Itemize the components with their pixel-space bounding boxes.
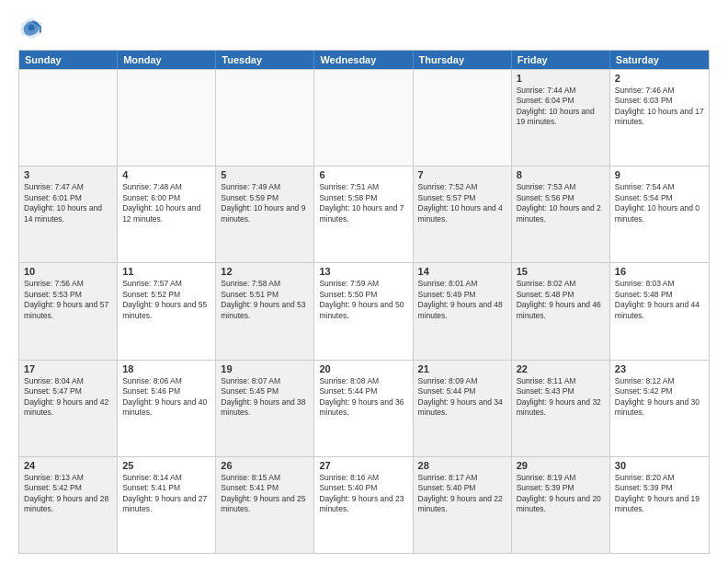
cell-daylight-text: Sunrise: 8:08 AM Sunset: 5:44 PM Dayligh… bbox=[319, 376, 407, 419]
calendar-header: SundayMondayTuesdayWednesdayThursdayFrid… bbox=[19, 51, 709, 69]
day-number: 8 bbox=[517, 169, 605, 180]
day-number: 10 bbox=[24, 266, 112, 277]
cell-daylight-text: Sunrise: 8:06 AM Sunset: 5:46 PM Dayligh… bbox=[122, 376, 210, 419]
cal-row-1: 3Sunrise: 7:47 AM Sunset: 6:01 PM Daylig… bbox=[19, 166, 709, 262]
cal-cell: 18Sunrise: 8:06 AM Sunset: 5:46 PM Dayli… bbox=[118, 361, 216, 456]
page: SundayMondayTuesdayWednesdayThursdayFrid… bbox=[0, 0, 728, 563]
logo bbox=[18, 15, 48, 40]
day-number: 22 bbox=[517, 363, 605, 374]
day-number: 13 bbox=[319, 266, 407, 277]
cell-daylight-text: Sunrise: 8:03 AM Sunset: 5:48 PM Dayligh… bbox=[615, 279, 704, 321]
cal-cell: 3Sunrise: 7:47 AM Sunset: 6:01 PM Daylig… bbox=[19, 167, 118, 262]
cal-cell: 10Sunrise: 7:56 AM Sunset: 5:53 PM Dayli… bbox=[19, 263, 118, 359]
cell-daylight-text: Sunrise: 7:44 AM Sunset: 6:04 PM Dayligh… bbox=[517, 86, 605, 128]
cell-daylight-text: Sunrise: 7:56 AM Sunset: 5:53 PM Dayligh… bbox=[24, 279, 112, 321]
cal-cell: 2Sunrise: 7:46 AM Sunset: 6:03 PM Daylig… bbox=[610, 70, 709, 166]
cal-cell: 9Sunrise: 7:54 AM Sunset: 5:54 PM Daylig… bbox=[610, 167, 709, 262]
cell-daylight-text: Sunrise: 8:02 AM Sunset: 5:48 PM Dayligh… bbox=[517, 279, 605, 321]
cal-cell bbox=[314, 70, 413, 166]
cal-row-0: 1Sunrise: 7:44 AM Sunset: 6:04 PM Daylig… bbox=[19, 69, 709, 166]
day-number: 6 bbox=[319, 169, 407, 180]
header-day-monday: Monday bbox=[118, 51, 216, 69]
cell-daylight-text: Sunrise: 8:13 AM Sunset: 5:42 PM Dayligh… bbox=[24, 473, 112, 515]
day-number: 7 bbox=[418, 169, 506, 180]
logo-icon bbox=[18, 15, 44, 40]
day-number: 19 bbox=[221, 363, 309, 374]
cell-daylight-text: Sunrise: 8:01 AM Sunset: 5:49 PM Dayligh… bbox=[418, 279, 506, 321]
calendar: SundayMondayTuesdayWednesdayThursdayFrid… bbox=[18, 50, 710, 554]
cal-row-2: 10Sunrise: 7:56 AM Sunset: 5:53 PM Dayli… bbox=[19, 262, 709, 359]
cell-daylight-text: Sunrise: 8:04 AM Sunset: 5:47 PM Dayligh… bbox=[24, 376, 112, 419]
day-number: 14 bbox=[418, 266, 506, 277]
cal-cell: 13Sunrise: 7:59 AM Sunset: 5:50 PM Dayli… bbox=[314, 263, 413, 359]
cal-cell: 8Sunrise: 7:53 AM Sunset: 5:56 PM Daylig… bbox=[512, 167, 610, 262]
cal-cell bbox=[19, 70, 118, 166]
header-day-sunday: Sunday bbox=[19, 51, 118, 69]
cal-row-3: 17Sunrise: 8:04 AM Sunset: 5:47 PM Dayli… bbox=[19, 360, 709, 456]
cal-cell: 1Sunrise: 7:44 AM Sunset: 6:04 PM Daylig… bbox=[512, 70, 610, 166]
cell-daylight-text: Sunrise: 8:16 AM Sunset: 5:40 PM Dayligh… bbox=[319, 473, 407, 515]
cell-daylight-text: Sunrise: 8:09 AM Sunset: 5:44 PM Dayligh… bbox=[418, 376, 506, 419]
header-day-thursday: Thursday bbox=[414, 51, 512, 69]
day-number: 27 bbox=[319, 460, 407, 471]
cal-cell: 12Sunrise: 7:58 AM Sunset: 5:51 PM Dayli… bbox=[216, 263, 314, 359]
day-number: 29 bbox=[517, 460, 605, 471]
cal-cell: 14Sunrise: 8:01 AM Sunset: 5:49 PM Dayli… bbox=[414, 263, 512, 359]
cell-daylight-text: Sunrise: 8:17 AM Sunset: 5:40 PM Dayligh… bbox=[418, 473, 506, 515]
cal-cell: 20Sunrise: 8:08 AM Sunset: 5:44 PM Dayli… bbox=[314, 361, 413, 456]
cal-cell: 24Sunrise: 8:13 AM Sunset: 5:42 PM Dayli… bbox=[19, 457, 118, 553]
cell-daylight-text: Sunrise: 7:58 AM Sunset: 5:51 PM Dayligh… bbox=[221, 279, 309, 321]
cal-cell: 26Sunrise: 8:15 AM Sunset: 5:41 PM Dayli… bbox=[216, 457, 314, 553]
cell-daylight-text: Sunrise: 7:59 AM Sunset: 5:50 PM Dayligh… bbox=[319, 279, 407, 321]
day-number: 26 bbox=[221, 460, 309, 471]
svg-point-1 bbox=[28, 25, 35, 31]
cal-cell bbox=[216, 70, 314, 166]
day-number: 18 bbox=[122, 363, 210, 374]
day-number: 24 bbox=[24, 460, 112, 471]
cal-cell: 17Sunrise: 8:04 AM Sunset: 5:47 PM Dayli… bbox=[19, 361, 118, 456]
cal-cell: 5Sunrise: 7:49 AM Sunset: 5:59 PM Daylig… bbox=[216, 167, 314, 262]
cal-cell: 19Sunrise: 8:07 AM Sunset: 5:45 PM Dayli… bbox=[216, 361, 314, 456]
day-number: 23 bbox=[615, 363, 704, 374]
cell-daylight-text: Sunrise: 8:12 AM Sunset: 5:42 PM Dayligh… bbox=[615, 376, 704, 419]
day-number: 25 bbox=[122, 460, 210, 471]
cell-daylight-text: Sunrise: 8:11 AM Sunset: 5:43 PM Dayligh… bbox=[517, 376, 605, 419]
header-day-wednesday: Wednesday bbox=[314, 51, 413, 69]
cell-daylight-text: Sunrise: 8:07 AM Sunset: 5:45 PM Dayligh… bbox=[221, 376, 309, 419]
day-number: 11 bbox=[122, 266, 210, 277]
cell-daylight-text: Sunrise: 7:52 AM Sunset: 5:57 PM Dayligh… bbox=[418, 182, 506, 224]
cal-cell: 28Sunrise: 8:17 AM Sunset: 5:40 PM Dayli… bbox=[414, 457, 512, 553]
cell-daylight-text: Sunrise: 8:20 AM Sunset: 5:39 PM Dayligh… bbox=[615, 473, 704, 515]
cell-daylight-text: Sunrise: 7:57 AM Sunset: 5:52 PM Dayligh… bbox=[122, 279, 210, 321]
cell-daylight-text: Sunrise: 8:14 AM Sunset: 5:41 PM Dayligh… bbox=[122, 473, 210, 515]
cell-daylight-text: Sunrise: 8:19 AM Sunset: 5:39 PM Dayligh… bbox=[517, 473, 605, 515]
header-day-tuesday: Tuesday bbox=[216, 51, 314, 69]
cal-cell: 6Sunrise: 7:51 AM Sunset: 5:58 PM Daylig… bbox=[314, 167, 413, 262]
day-number: 30 bbox=[615, 460, 704, 471]
header-day-friday: Friday bbox=[512, 51, 610, 69]
cal-cell: 15Sunrise: 8:02 AM Sunset: 5:48 PM Dayli… bbox=[512, 263, 610, 359]
day-number: 16 bbox=[615, 266, 704, 277]
day-number: 12 bbox=[221, 266, 309, 277]
cell-daylight-text: Sunrise: 7:49 AM Sunset: 5:59 PM Dayligh… bbox=[221, 182, 309, 224]
cell-daylight-text: Sunrise: 7:54 AM Sunset: 5:54 PM Dayligh… bbox=[615, 182, 704, 224]
day-number: 28 bbox=[418, 460, 506, 471]
day-number: 9 bbox=[615, 169, 704, 180]
cell-daylight-text: Sunrise: 7:48 AM Sunset: 6:00 PM Dayligh… bbox=[122, 182, 210, 224]
cal-cell: 23Sunrise: 8:12 AM Sunset: 5:42 PM Dayli… bbox=[610, 361, 709, 456]
cell-daylight-text: Sunrise: 8:15 AM Sunset: 5:41 PM Dayligh… bbox=[221, 473, 309, 515]
day-number: 20 bbox=[319, 363, 407, 374]
day-number: 4 bbox=[122, 169, 210, 180]
cal-cell bbox=[118, 70, 216, 166]
cal-cell: 21Sunrise: 8:09 AM Sunset: 5:44 PM Dayli… bbox=[414, 361, 512, 456]
day-number: 17 bbox=[24, 363, 112, 374]
cal-cell: 25Sunrise: 8:14 AM Sunset: 5:41 PM Dayli… bbox=[118, 457, 216, 553]
calendar-body: 1Sunrise: 7:44 AM Sunset: 6:04 PM Daylig… bbox=[19, 69, 709, 553]
cell-daylight-text: Sunrise: 7:46 AM Sunset: 6:03 PM Dayligh… bbox=[615, 86, 704, 128]
cell-daylight-text: Sunrise: 7:51 AM Sunset: 5:58 PM Dayligh… bbox=[319, 182, 407, 224]
cal-cell: 11Sunrise: 7:57 AM Sunset: 5:52 PM Dayli… bbox=[118, 263, 216, 359]
day-number: 2 bbox=[615, 73, 704, 84]
day-number: 1 bbox=[517, 73, 605, 84]
day-number: 21 bbox=[418, 363, 506, 374]
cell-daylight-text: Sunrise: 7:47 AM Sunset: 6:01 PM Dayligh… bbox=[24, 182, 112, 224]
